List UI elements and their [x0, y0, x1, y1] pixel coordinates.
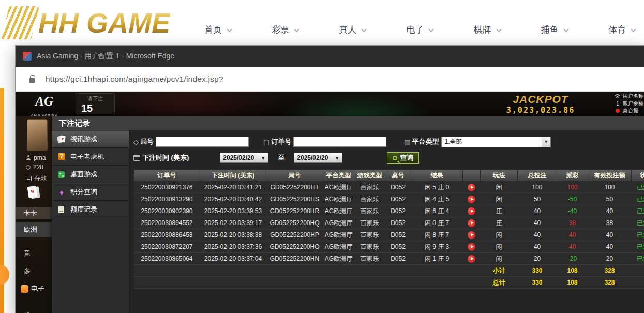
- play-button[interactable]: [468, 207, 475, 215]
- cell-payout: -20: [557, 253, 588, 265]
- cell-valid: 40: [588, 241, 632, 253]
- nav-item-electronic[interactable]: 电子: [406, 24, 432, 36]
- subtotal-valid: 328: [588, 265, 632, 277]
- dropdown-arrow-icon: [542, 137, 550, 147]
- cell-time: 2025-02-20 03:39:17: [200, 217, 266, 229]
- lobby-item-europe[interactable]: 欧洲: [16, 222, 52, 237]
- cell-platform: AG欧洲厅: [323, 229, 354, 241]
- cell-table: D052: [385, 241, 411, 253]
- platform-label: 平台类型: [412, 137, 439, 146]
- nav-item-sports[interactable]: 体育: [608, 24, 635, 36]
- play-button[interactable]: [468, 184, 475, 191]
- cell-round: GD052252200HO: [266, 241, 323, 253]
- ag-logo-text: AG: [31, 95, 57, 108]
- menu-label: 电子老虎机: [70, 152, 104, 161]
- cell-bet: 20: [518, 253, 557, 265]
- jackpot-value: 3,023,023.86: [497, 106, 585, 115]
- date-from-select[interactable]: 2025/02/20: [220, 153, 268, 163]
- lobby-item-label: 电子: [31, 282, 44, 295]
- window-title: Asia Gaming - 用户配置 1 - Microsoft Edge: [37, 52, 174, 61]
- date-to-value: 2025/02/20: [297, 154, 328, 161]
- cell-play: 庄: [481, 217, 518, 229]
- edge-titlebar[interactable]: Asia Gaming - 用户配置 1 - Microsoft Edge: [16, 46, 644, 67]
- cell-result: 闲 8 庄 7: [411, 229, 463, 241]
- lobby-item-electronic[interactable]: 电子: [16, 282, 52, 295]
- electronic-icon: [21, 285, 28, 293]
- total-label: 总计: [481, 277, 518, 289]
- username-row: pma: [26, 154, 46, 161]
- round-input[interactable]: [156, 137, 249, 147]
- menu-item-table-games[interactable]: 桌面游戏: [52, 166, 129, 183]
- lobby-item-kakawan[interactable]: 卡卡: [16, 207, 52, 219]
- nav-item-live[interactable]: 真人: [339, 24, 365, 36]
- cell-platform: AG欧洲厅: [323, 193, 354, 205]
- cell-play: 闲: [481, 182, 518, 193]
- side-drawer-tab[interactable]: [0, 265, 9, 285]
- chevron-down-icon: [631, 26, 636, 32]
- deposit-label: 存款: [34, 174, 47, 183]
- cell-valid: 40: [588, 229, 632, 241]
- nav-item-home[interactable]: 首页: [204, 24, 231, 36]
- play-button[interactable]: [468, 196, 475, 203]
- cell-valid: 100: [588, 182, 632, 193]
- total-row: 总计 330 108 328: [134, 277, 644, 289]
- menu-item-quota-records[interactable]: 额度记录: [52, 201, 129, 218]
- deposit-button[interactable]: 存款: [26, 174, 47, 183]
- platform-value: 1.全部: [445, 138, 462, 146]
- lobby-item-rank[interactable]: 排: [16, 309, 52, 313]
- cell-payout: -50: [557, 193, 588, 205]
- edge-window: Asia Gaming - 用户配置 1 - Microsoft Edge ht…: [16, 46, 644, 313]
- play-button[interactable]: [468, 219, 475, 227]
- table-header: 订单号 下注时间 (美东) 局号 平台类型 游戏类型 桌号 结果 玩法 总: [134, 170, 644, 182]
- nav-item-fishing[interactable]: 捕鱼: [541, 24, 567, 36]
- nav-label: 彩票: [272, 24, 289, 36]
- lock-icon[interactable]: [29, 78, 35, 83]
- cell-table: D052: [385, 205, 411, 217]
- order-icon: [263, 138, 269, 146]
- col-order: 订单号: [134, 170, 200, 182]
- play-button[interactable]: [468, 231, 475, 239]
- table-row: 250220030872207 2025-02-20 03:37:36 GD05…: [134, 241, 644, 253]
- menu-item-slots[interactable]: 电子老虎机: [52, 148, 129, 166]
- cell-game: 百家乐: [354, 253, 385, 265]
- cell-order: 250220030902390: [134, 205, 200, 217]
- cell-game: 百家乐: [354, 182, 385, 193]
- nav-item-chess[interactable]: 棋牌: [474, 24, 500, 36]
- date-to-select[interactable]: 2025/02/20: [294, 153, 342, 163]
- cell-replay: [463, 253, 481, 265]
- menu-label: 视讯游戏: [70, 135, 97, 144]
- notification-count: 1: [614, 101, 621, 107]
- chevron-down-icon: [428, 26, 434, 32]
- lobby-item-multi[interactable]: 多: [16, 265, 52, 277]
- col-replay: [463, 170, 481, 182]
- cell-game: 百家乐: [354, 229, 385, 241]
- wifi-icon: [614, 94, 621, 99]
- nav-label: 棋牌: [474, 24, 491, 36]
- menu-item-video-games[interactable]: 视讯游戏: [52, 130, 129, 148]
- lobby-item-jingmi[interactable]: 竞: [16, 247, 52, 260]
- dropdown-arrow-icon: [335, 154, 339, 161]
- user-info-panel: 用户名称 1 账户余额 桌台提: [614, 93, 644, 114]
- logo-decoration: [1, 6, 39, 39]
- site-logo[interactable]: HH GAME: [5, 6, 170, 39]
- query-button[interactable]: 查询: [387, 152, 419, 164]
- nav-label: 真人: [339, 24, 356, 36]
- cell-status: 已派彩: [632, 182, 644, 193]
- play-button[interactable]: [468, 255, 475, 263]
- cards-icon: [57, 135, 66, 144]
- menu-item-points-query[interactable]: 积分查询: [52, 183, 129, 201]
- platform-select[interactable]: 1.全部: [441, 137, 551, 147]
- cell-game: 百家乐: [354, 193, 385, 205]
- site-header: HH GAME 首页 彩票 真人 电子 棋牌: [0, 0, 644, 50]
- balance-value: 228: [33, 163, 43, 171]
- cell-play: 闲: [481, 241, 518, 253]
- lobby-menu: 卡卡 欧洲 竞 多 电子 排: [16, 207, 52, 313]
- url-text[interactable]: https://gci.1hhapi.com/agingame/pcv1/ind…: [46, 74, 223, 84]
- play-button[interactable]: [468, 243, 475, 251]
- dropdown-arrow-icon: [261, 154, 265, 161]
- order-input[interactable]: [293, 137, 386, 147]
- cell-payout: 40: [557, 241, 588, 253]
- nav-item-lottery[interactable]: 彩票: [272, 24, 298, 36]
- edge-address-bar: https://gci.1hhapi.com/agingame/pcv1/ind…: [16, 67, 644, 92]
- cell-platform: AG欧洲厅: [323, 241, 354, 253]
